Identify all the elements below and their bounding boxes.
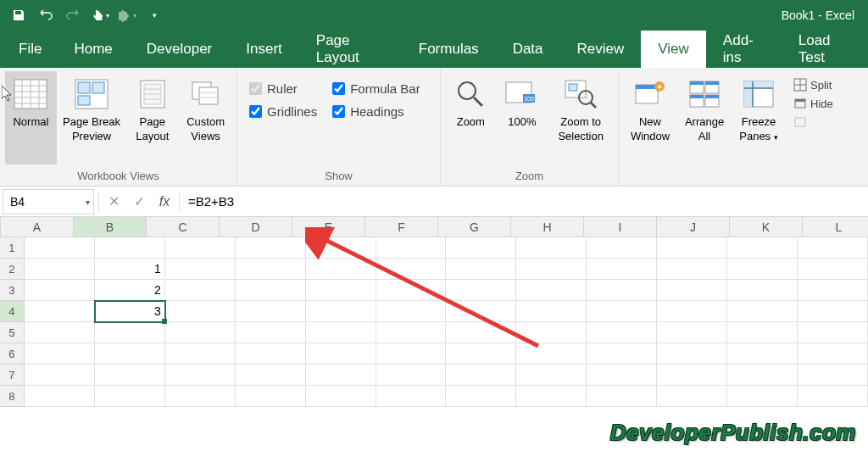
ruler-checkbox[interactable]: Ruler: [249, 81, 317, 96]
cell[interactable]: [657, 301, 727, 322]
zoom-100-button[interactable]: 100 100%: [498, 71, 548, 164]
enter-formula-button[interactable]: ✓: [126, 189, 152, 214]
cell[interactable]: [727, 301, 798, 322]
cell[interactable]: [25, 343, 95, 365]
tab-home[interactable]: Home: [57, 31, 129, 68]
cell[interactable]: [376, 322, 447, 343]
cell[interactable]: [446, 259, 516, 280]
tab-insert[interactable]: Insert: [229, 31, 299, 68]
row-header[interactable]: 5: [0, 322, 25, 343]
touch-mode-button[interactable]: ▾: [88, 3, 112, 27]
cell[interactable]: [727, 259, 798, 280]
cell[interactable]: [587, 343, 657, 365]
cell[interactable]: [95, 386, 165, 407]
cell[interactable]: [306, 365, 376, 386]
cell[interactable]: [657, 259, 727, 280]
cell[interactable]: [446, 301, 516, 322]
cell[interactable]: [587, 259, 657, 280]
cell[interactable]: [798, 365, 868, 386]
cell[interactable]: [165, 365, 236, 386]
cell[interactable]: [306, 343, 376, 365]
cell[interactable]: [236, 322, 306, 343]
cell[interactable]: [95, 322, 165, 343]
cell[interactable]: [727, 343, 798, 365]
unhide-button[interactable]: [790, 114, 837, 131]
column-header[interactable]: E: [292, 217, 365, 237]
cell[interactable]: [236, 301, 306, 322]
cell[interactable]: [587, 365, 657, 386]
cell[interactable]: [727, 237, 798, 259]
cell[interactable]: [165, 280, 236, 301]
column-header[interactable]: L: [803, 217, 868, 237]
cell[interactable]: [798, 280, 868, 301]
cell[interactable]: [516, 365, 587, 386]
insert-function-button[interactable]: fx: [152, 189, 177, 214]
column-header[interactable]: I: [584, 217, 657, 237]
cell[interactable]: [516, 280, 587, 301]
cell[interactable]: [306, 237, 376, 259]
cell[interactable]: [516, 259, 587, 280]
zoom-to-selection-button[interactable]: Zoom to Selection: [548, 71, 613, 164]
cell[interactable]: [236, 343, 306, 365]
column-header[interactable]: J: [657, 217, 730, 237]
cell[interactable]: [727, 386, 798, 407]
freeze-panes-button[interactable]: Freeze Panes ▾: [732, 71, 785, 164]
cell[interactable]: [376, 301, 447, 322]
cell[interactable]: [657, 365, 727, 386]
cell[interactable]: [306, 259, 376, 280]
cell[interactable]: [306, 280, 376, 301]
cell[interactable]: [587, 386, 657, 407]
cell[interactable]: 1: [95, 259, 165, 280]
cell[interactable]: [376, 259, 447, 280]
column-header[interactable]: B: [74, 217, 147, 237]
row-header[interactable]: 3: [0, 280, 25, 301]
cell[interactable]: [798, 386, 868, 407]
fill-handle[interactable]: [162, 319, 167, 324]
cancel-formula-button[interactable]: ✕: [101, 189, 126, 214]
tab-load-test[interactable]: Load Test: [782, 31, 868, 68]
cell[interactable]: [657, 280, 727, 301]
tab-view[interactable]: View: [641, 31, 706, 68]
tab-data[interactable]: Data: [496, 31, 560, 68]
cell[interactable]: [798, 301, 868, 322]
row-header[interactable]: 8: [0, 386, 25, 407]
column-header[interactable]: K: [730, 217, 803, 237]
hide-button[interactable]: Hide: [790, 95, 837, 112]
cell[interactable]: [95, 343, 165, 365]
cell[interactable]: [727, 365, 798, 386]
cell[interactable]: [376, 386, 447, 407]
cell[interactable]: [657, 343, 727, 365]
save-button[interactable]: [7, 3, 31, 27]
formula-bar-checkbox[interactable]: Formula Bar: [332, 81, 420, 96]
cell[interactable]: [376, 343, 447, 365]
undo-button[interactable]: [34, 3, 58, 27]
tab-page-layout[interactable]: Page Layout: [299, 31, 402, 68]
cell[interactable]: [798, 237, 868, 259]
cell[interactable]: [376, 237, 447, 259]
cell[interactable]: [516, 237, 587, 259]
cell[interactable]: [165, 237, 236, 259]
cell[interactable]: [587, 301, 657, 322]
cell[interactable]: [657, 386, 727, 407]
cell[interactable]: [657, 322, 727, 343]
cell[interactable]: [587, 280, 657, 301]
headings-checkbox[interactable]: Headings: [332, 104, 420, 119]
name-box-dropdown-icon[interactable]: ▾: [86, 197, 90, 206]
tab-addins[interactable]: Add-ins: [706, 31, 782, 68]
cell[interactable]: 3: [95, 301, 165, 322]
cell[interactable]: [516, 343, 587, 365]
cell[interactable]: [587, 237, 657, 259]
cell[interactable]: [25, 322, 95, 343]
cell[interactable]: [236, 280, 306, 301]
tab-developer[interactable]: Developer: [130, 31, 230, 68]
cell[interactable]: [236, 386, 306, 407]
name-box[interactable]: B4 ▾: [3, 189, 94, 214]
cell[interactable]: [306, 301, 376, 322]
column-header[interactable]: A: [1, 217, 74, 237]
cell[interactable]: [25, 301, 95, 322]
cell[interactable]: [376, 280, 447, 301]
cell[interactable]: [446, 343, 516, 365]
cell[interactable]: [25, 386, 95, 407]
cell[interactable]: [165, 343, 236, 365]
cell[interactable]: [25, 237, 95, 259]
